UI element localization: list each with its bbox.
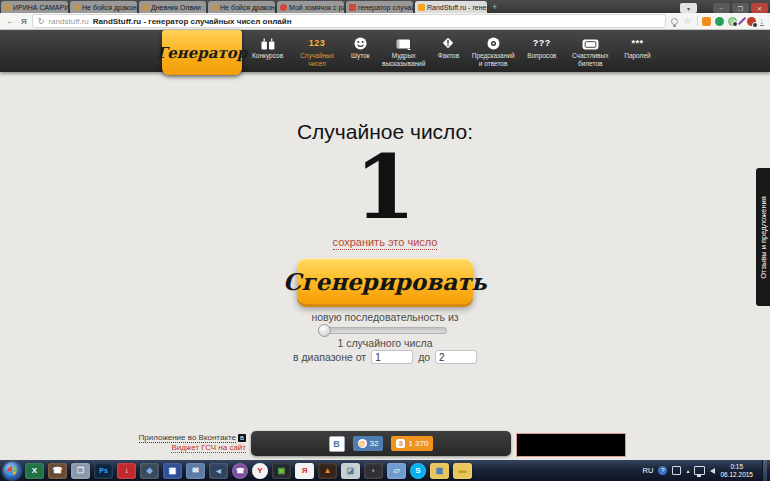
close-button[interactable]: ✕ [751,3,768,13]
taskbar-yandex-browser-icon[interactable]: Y [252,463,268,479]
taskbar-yandex-icon[interactable]: Я [295,463,314,479]
diamond-icon [441,36,455,50]
speaker-icon[interactable] [710,468,715,474]
taskbar: X ☎ ❒ Ps ↓ ◆ ▦ ✉ ◀ ☎ Y ▣ Я ▲ ◪ ◗ ▱ S ▦ ▬… [0,460,770,481]
scroll-icon [396,36,411,50]
taskbar-pictures-folder-icon[interactable]: ▦ [430,463,449,479]
tab-title: RandStuff.ru - генерат [427,4,487,11]
site-header: Конкурсов 123 Случайных чисел Шуток Мудр… [0,30,770,72]
save-number-link[interactable]: сохранить это число [333,236,438,250]
taskbar-mail-icon[interactable]: ✉ [186,463,205,479]
menu-label: Вопросов [527,52,556,60]
ok-share-button[interactable]: 8 1 370 [391,436,433,451]
browser-tab-5[interactable]: Мой хомячок с радо [277,1,344,13]
taskbar-excel-icon[interactable]: X [25,463,44,479]
browser-tab-1[interactable]: ИРИНА САМАРИНА- [1,1,68,13]
tab-favicon [73,4,80,11]
redacted-box [516,433,626,457]
menu-label: Паролей [624,52,650,60]
tab-title: Мой хомячок с радо [289,4,344,11]
taskbar-aero-folder-icon[interactable]: ▱ [387,463,406,479]
language-indicator[interactable]: RU [643,466,654,475]
taskbar-photoshop-icon[interactable]: Ps [94,463,113,479]
menu-item-lucky-tickets[interactable]: Счастливых билетов [561,34,619,68]
menu-item-jokes[interactable]: Шуток [346,34,375,60]
tab-title: ИРИНА САМАРИНА- [13,4,68,11]
range-from-input[interactable] [371,350,413,364]
widget-link[interactable]: Виджет ГСЧ на сайт [171,443,246,453]
minimize-button[interactable]: – [713,3,730,13]
mailru-share-button[interactable]: @ 32 [353,436,384,451]
turbo-icon[interactable] [671,18,678,25]
browser-tab-4[interactable]: Не бойся драконов, [208,1,275,13]
show-hidden-icons[interactable]: ▴ [686,467,689,474]
vk-badge-icon: B [238,434,246,442]
browser-tab-3[interactable]: Дневник Олвии : Liv [139,1,206,13]
vk-app-link[interactable]: Приложение во Вконтакте [139,433,236,443]
gifts-icon [261,36,275,50]
browser-tab-2[interactable]: Не бойся драконов, [70,1,137,13]
taskbar-flame-app-icon[interactable]: ▲ [318,463,337,479]
profile-button[interactable]: ▾ [680,3,697,13]
network-icon[interactable] [694,466,705,475]
range-to-input[interactable] [435,350,477,364]
range-to-label: до [418,351,430,363]
numbers-123-icon: 123 [309,36,326,50]
downloads-icon[interactable]: ↓ [760,17,765,26]
extension-orange-icon[interactable] [702,17,711,26]
show-desktop-button[interactable] [762,460,767,481]
extension-icons: ↓ [697,16,765,26]
tray-help-icon[interactable]: ? [658,466,667,475]
taskbar-dark-app-icon[interactable]: ◗ [364,463,383,479]
maximize-button[interactable]: ❐ [732,3,749,13]
taskbar-skype-icon[interactable]: S [410,463,426,479]
feedback-tab-label: Отзывы и предложения [759,196,768,279]
extension-red-icon[interactable] [747,17,756,26]
browser-menu-icon[interactable]: Я [21,17,27,26]
taskbar-volume-app-icon[interactable]: ◀ [209,463,228,479]
save-number-link-row: сохранить это число [0,236,770,248]
taskbar-backup-icon[interactable]: ▦ [163,463,182,479]
tab-title: Дневник Олвии : Liv [151,4,206,11]
badge [732,21,738,27]
taskbar-photo-viewer-icon[interactable]: ◪ [341,463,360,479]
url-input[interactable]: ↻ randstuff.ru RandStuff.ru - генератор … [32,14,667,28]
slider-knob[interactable] [318,324,331,337]
taskbar-virtualbox-icon[interactable]: ◆ [140,463,159,479]
extension-green-icon[interactable] [715,17,724,26]
back-icon[interactable]: ← [6,16,16,26]
taskbar-media-app-icon[interactable]: ▣ [272,463,291,479]
social-share-bar: B @ 32 8 1 370 [251,431,511,456]
start-button[interactable] [3,462,21,480]
question-marks-icon: ??? [533,36,551,50]
random-number-value: 1 [0,143,770,231]
extension-shield-icon[interactable] [728,17,737,26]
tray-app-icon[interactable] [672,466,681,475]
menu-item-wise-sayings[interactable]: Мудрых высказываний [375,34,433,68]
taskbar-download-manager-icon[interactable]: ↓ [117,463,136,479]
taskbar-viber-icon[interactable]: ☎ [232,463,248,479]
menu-item-random-numbers[interactable]: 123 Случайных чисел [288,34,346,68]
taskbar-clock[interactable]: 0:15 06.12.2015 [720,463,757,479]
browser-tab-bar: ИРИНА САМАРИНА- Не бойся драконов, Дневн… [0,0,770,13]
browser-tab-active[interactable]: RandStuff.ru - генерат × [415,1,487,13]
browser-tab-6[interactable]: генератор случайн [346,1,413,13]
generate-button[interactable]: Сгенерировать [297,258,473,304]
menu-item-passwords[interactable]: *** Паролей [619,34,655,60]
taskbar-phone-app-icon[interactable]: ☎ [48,463,67,479]
menu-item-questions[interactable]: ??? Вопросов [522,34,561,60]
refresh-icon[interactable]: ↻ [38,17,45,26]
extension-pen-icon[interactable] [737,17,745,25]
windows-flag-icon [7,465,17,476]
feedback-tab[interactable]: Отзывы и предложения [756,168,770,306]
menu-item-predictions[interactable]: Предсказаний и ответов [464,34,522,68]
site-logo[interactable]: Генератор [162,30,242,75]
taskbar-folder-icon[interactable]: ▬ [453,463,472,479]
taskbar-explorer-icon[interactable]: ❒ [71,463,90,479]
menu-item-facts[interactable]: Фактов [433,34,464,60]
bookmark-star-icon[interactable]: ☆ [683,16,691,26]
count-slider[interactable] [320,327,447,334]
menu-item-contests[interactable]: Конкурсов [247,34,288,60]
new-tab-button[interactable]: + [488,1,501,13]
vk-share-button[interactable]: B [329,436,345,452]
